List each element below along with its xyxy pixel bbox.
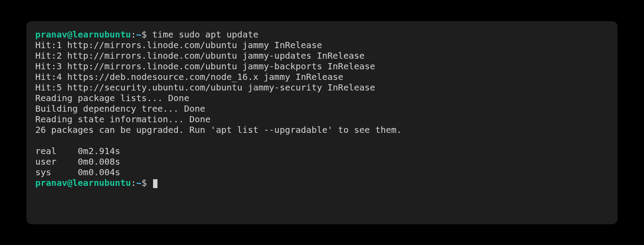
prompt-dollar: $	[142, 29, 152, 40]
prompt-colon: :	[131, 177, 136, 188]
prompt-path: ~	[136, 177, 142, 188]
output-line: Reading package lists... Done	[35, 93, 189, 103]
output-line: Hit:2 http://mirrors.linode.com/ubuntu j…	[35, 50, 365, 61]
output-line: Hit:1 http://mirrors.linode.com/ubuntu j…	[35, 40, 322, 50]
terminal-content: pranav@learnubuntu:~$ time sudo apt upda…	[35, 29, 609, 188]
output-line: Reading state information... Done	[35, 114, 210, 124]
output-line: Hit:4 https://deb.nodesource.com/node_16…	[35, 72, 343, 82]
time-real: real 0m2.914s	[35, 146, 120, 156]
prompt-user-host: pranav@learnubuntu	[35, 177, 131, 188]
prompt-dollar: $	[142, 177, 152, 188]
output-line: Hit:3 http://mirrors.linode.com/ubuntu j…	[35, 61, 375, 72]
cursor[interactable]	[153, 179, 157, 188]
output-line: Hit:5 http://security.ubuntu.com/ubuntu …	[35, 82, 375, 93]
output-line: Building dependency tree... Done	[35, 103, 205, 114]
terminal-window[interactable]: pranav@learnubuntu:~$ time sudo apt upda…	[26, 21, 618, 224]
time-sys: sys 0m0.004s	[35, 167, 120, 177]
prompt-colon: :	[131, 29, 136, 40]
prompt-path: ~	[136, 29, 142, 40]
time-user: user 0m0.008s	[35, 156, 120, 167]
command-text: time sudo apt update	[152, 29, 258, 40]
prompt-user-host: pranav@learnubuntu	[35, 29, 131, 40]
output-line: 26 packages can be upgraded. Run 'apt li…	[35, 124, 402, 135]
